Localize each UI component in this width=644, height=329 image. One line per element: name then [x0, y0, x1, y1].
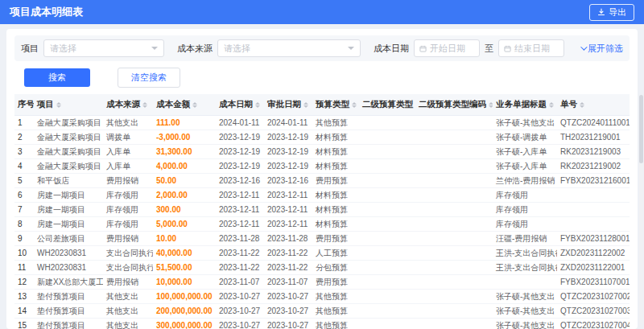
- cell-project: 垫付预算项目: [34, 304, 103, 319]
- cell-budget_type: 材料预算: [312, 130, 359, 145]
- table-row: 10WH20230831支出合同执行40,000.002023-11-22202…: [14, 246, 630, 261]
- cost-source-select-placeholder: 请选择: [224, 43, 250, 55]
- cell-doc_title: 库存领用: [493, 217, 557, 232]
- cell-cost_date: 2023-10-27: [216, 290, 264, 304]
- cell-amount: 2,000.00: [153, 188, 216, 203]
- column-header-project[interactable]: 项目: [34, 94, 103, 116]
- cell-cost_date: 2023-12-19: [216, 130, 264, 145]
- table-row: 6房建一期项目库存领用2,000.002023-12-112023-12-11材…: [14, 188, 630, 203]
- cell-doc_title: 库存领用: [493, 188, 557, 203]
- project-select[interactable]: 请选择: [43, 39, 164, 57]
- cell-doc_no: TH20231219001: [557, 130, 630, 145]
- cell-budget_type: 分包预算: [312, 261, 359, 275]
- date-range-to-label: 至: [485, 43, 493, 55]
- cell-sub_budget_type: [359, 290, 415, 304]
- table-row: 11WH20230831支出合同执行51,500.002023-11-22202…: [14, 261, 630, 275]
- sort-icon[interactable]: [192, 100, 197, 110]
- column-header-label: 业务单据标题: [496, 99, 547, 109]
- cell-source: 费用报销: [103, 232, 153, 246]
- cell-budget_type: 其他预算: [312, 116, 359, 130]
- table-row: 8房建一期项目库存领用5,000.002023-12-112023-12-11材…: [14, 217, 630, 232]
- action-buttons-row: 搜索 清空搜索: [24, 68, 630, 88]
- column-header-cost_date[interactable]: 成本日期: [216, 94, 264, 116]
- vertical-scrollbar[interactable]: [639, 95, 643, 327]
- cell-cost_date: 2023-10-27: [216, 304, 264, 319]
- sort-icon[interactable]: [352, 100, 357, 110]
- cell-approval_date: 2024-01-11: [264, 116, 312, 130]
- cell-amount: 10.00: [153, 232, 216, 246]
- cell-budget_type: 材料预算: [312, 145, 359, 159]
- cell-doc_title: 张子硕-入库单: [493, 145, 557, 159]
- cell-source: 费用报销: [103, 174, 153, 188]
- cell-sub_budget_code: [415, 203, 493, 217]
- cell-index: 12: [14, 275, 34, 290]
- sort-icon[interactable]: [255, 100, 260, 110]
- table-row: 12新建XX总部大厦工程二期费用报销10,000.002023-11-07202…: [14, 275, 630, 290]
- column-header-label: 项目: [37, 99, 54, 109]
- cell-project: WH20230831: [34, 261, 103, 275]
- cell-source: 其他支出: [103, 319, 153, 329]
- cost-source-select[interactable]: 请选择: [217, 39, 361, 57]
- cell-source: 其他支出: [103, 290, 153, 304]
- cell-doc_no: QTZC20231027002: [557, 290, 630, 304]
- scrollbar-thumb[interactable]: [639, 95, 643, 163]
- end-date-input[interactable]: 结束日期: [498, 39, 564, 57]
- cost-detail-table-wrap: 序号项目成本来源成本金额成本日期审批日期预算类型二级预算类型二级预算类型编码业务…: [14, 94, 630, 329]
- column-header-sub_budget_code[interactable]: 二级预算类型编码: [415, 94, 493, 116]
- cell-source: 费用报销: [103, 275, 153, 290]
- cell-sub_budget_code: [415, 304, 493, 319]
- cell-cost_date: 2023-11-22: [216, 246, 264, 261]
- cell-doc_title: 兰仲浩-费用报销: [493, 174, 557, 188]
- cell-budget_type: 其他预算: [312, 319, 359, 329]
- cell-doc_title: 张子硕-其他支出: [493, 290, 557, 304]
- cost-source-filter-label: 成本来源: [177, 43, 213, 55]
- column-header-budget_type[interactable]: 预算类型: [312, 94, 359, 116]
- cell-sub_budget_code: [415, 290, 493, 304]
- cell-sub_budget_type: [359, 319, 415, 329]
- cell-cost_date: 2024-01-11: [216, 116, 264, 130]
- project-filter-group: 项目 请选择: [21, 39, 164, 57]
- cell-budget_type: 费用预算: [312, 275, 359, 290]
- column-header-label: 成本金额: [156, 99, 190, 109]
- cell-sub_budget_type: [359, 232, 415, 246]
- cell-project: 金融大厦采购项目: [34, 145, 103, 159]
- cell-approval_date: 2023-12-19: [264, 159, 312, 174]
- table-row: 9公司差旅项目费用报销10.002023-11-282023-11-28费用预算…: [14, 232, 630, 246]
- cell-budget_type: 其他预算: [312, 304, 359, 319]
- cell-amount: 5,000.00: [153, 217, 216, 232]
- column-header-source[interactable]: 成本来源: [103, 94, 153, 116]
- column-header-doc_title[interactable]: 业务单据标题: [493, 94, 557, 116]
- cost-detail-table: 序号项目成本来源成本金额成本日期审批日期预算类型二级预算类型二级预算类型编码业务…: [14, 94, 630, 329]
- cell-sub_budget_code: [415, 232, 493, 246]
- cell-amount: 51,500.00: [153, 261, 216, 275]
- clear-search-button[interactable]: 清空搜索: [118, 68, 180, 88]
- column-header-doc_no[interactable]: 单号: [557, 94, 630, 116]
- column-header-amount[interactable]: 成本金额: [153, 94, 216, 116]
- cell-sub_budget_type: [359, 304, 415, 319]
- sort-icon[interactable]: [580, 100, 584, 110]
- column-header-approval_date[interactable]: 审批日期: [264, 94, 312, 116]
- export-button[interactable]: 导出: [589, 4, 634, 21]
- table-row: 13垫付预算项目其他支出100,000,000.002023-10-272023…: [14, 290, 630, 304]
- cell-project: 房建一期项目: [34, 203, 103, 217]
- cell-index: 10: [14, 246, 34, 261]
- cell-amount: 40,000.00: [153, 246, 216, 261]
- cell-cost_date: 2023-12-11: [216, 203, 264, 217]
- cell-cost_date: 2023-11-22: [216, 261, 264, 275]
- cell-doc_no: QTZC20240111001: [557, 116, 630, 130]
- start-date-input[interactable]: 开始日期: [414, 39, 480, 57]
- cell-project: 房建一期项目: [34, 217, 103, 232]
- cell-source: 其他支出: [103, 116, 153, 130]
- sort-icon[interactable]: [56, 100, 61, 110]
- column-header-sub_budget_type[interactable]: 二级预算类型: [359, 94, 415, 116]
- sort-icon[interactable]: [142, 100, 147, 110]
- sort-icon[interactable]: [489, 100, 493, 110]
- top-header-bar: 项目成本明细表 导出: [0, 0, 644, 24]
- cell-sub_budget_code: [415, 319, 493, 329]
- search-button[interactable]: 搜索: [24, 68, 90, 87]
- expand-filter-toggle[interactable]: 展开筛选: [580, 43, 623, 55]
- sort-icon[interactable]: [549, 100, 554, 110]
- cell-budget_type: 材料预算: [312, 217, 359, 232]
- sort-icon[interactable]: [303, 100, 308, 110]
- cell-source: 其他支出: [103, 304, 153, 319]
